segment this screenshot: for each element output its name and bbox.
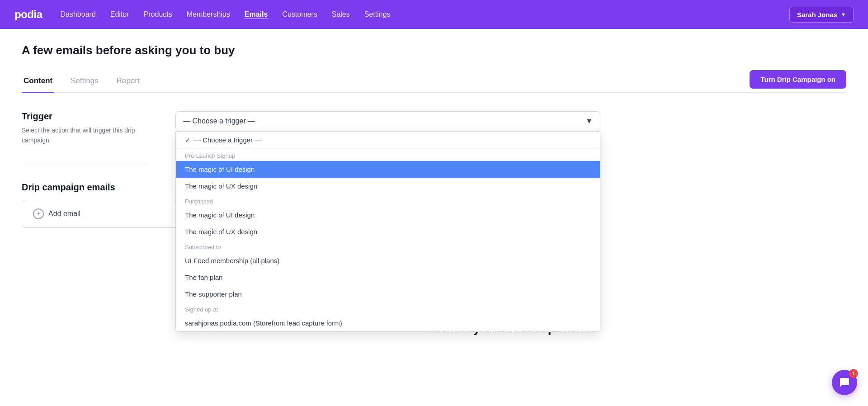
dropdown-item-ui-feed-all[interactable]: UI Feed membership (all plans)	[176, 252, 600, 269]
nav-editor[interactable]: Editor	[110, 10, 129, 19]
user-name: Sarah Jonas	[797, 11, 837, 19]
dropdown-item-fan-plan[interactable]: The fan plan	[176, 269, 600, 286]
group-label-signedup: Signed up at	[176, 302, 600, 315]
nav-memberships[interactable]: Memberships	[187, 10, 230, 19]
tab-content[interactable]: Content	[22, 76, 54, 93]
trigger-description: Select the action that will trigger this…	[22, 125, 148, 146]
user-menu-button[interactable]: Sarah Jonas ▼	[789, 7, 854, 23]
user-menu-chevron-icon: ▼	[841, 12, 846, 17]
dropdown-item-ux-design-purchased[interactable]: The magic of UX design	[176, 223, 600, 240]
nav-emails[interactable]: Emails	[245, 10, 268, 19]
dropdown-item-label: The magic of UX design	[185, 182, 257, 190]
nav-products[interactable]: Products	[144, 10, 172, 19]
drip-section: Drip campaign emails	[22, 182, 148, 193]
tab-report[interactable]: Report	[115, 76, 142, 93]
dropdown-item-label: The magic of UI design	[185, 211, 255, 219]
dropdown-item-ui-design-signup[interactable]: The magic of UI design	[176, 161, 600, 178]
tab-settings[interactable]: Settings	[69, 76, 100, 93]
group-label-subscribed: Subscribed to	[176, 240, 600, 252]
add-icon: +	[33, 208, 44, 219]
dropdown-item-ux-design-signup[interactable]: The magic of UX design	[176, 178, 600, 194]
trigger-dropdown-container: — Choose a trigger — ▼ ✓ — Choose a trig…	[175, 111, 600, 131]
dropdown-item-label: sarahjonas.podia.com (Storefront lead ca…	[185, 319, 342, 327]
dropdown-item-label: The supporter plan	[185, 290, 242, 298]
nav-links: Dashboard Editor Products Memberships Em…	[61, 10, 771, 19]
trigger-section: Trigger Select the action that will trig…	[22, 111, 148, 146]
content-body: Trigger Select the action that will trig…	[22, 93, 846, 354]
dropdown-chevron-icon: ▼	[585, 117, 593, 125]
nav-customers[interactable]: Customers	[282, 10, 317, 19]
tabs-bar: Content Settings Report Turn Drip Campai…	[22, 70, 846, 93]
nav-sales[interactable]: Sales	[332, 10, 350, 19]
add-email-label: Add email	[48, 210, 80, 218]
nav-settings[interactable]: Settings	[364, 10, 391, 19]
dropdown-menu: ✓ — Choose a trigger — Pre-Launch Signup…	[175, 131, 600, 332]
group-label-purchased: Purchased	[176, 194, 600, 207]
drip-title: Drip campaign emails	[22, 182, 148, 193]
dropdown-item-storefront[interactable]: sarahjonas.podia.com (Storefront lead ca…	[176, 315, 600, 331]
dropdown-item-label: The magic of UI design	[185, 165, 255, 173]
trigger-title: Trigger	[22, 111, 148, 122]
main-content: A few emails before asking you to buy Co…	[0, 29, 868, 368]
nav-dashboard[interactable]: Dashboard	[61, 10, 96, 19]
page-subtitle: A few emails before asking you to buy	[22, 43, 846, 57]
logo: podia	[14, 8, 42, 21]
dropdown-item-ui-design-purchased[interactable]: The magic of UI design	[176, 207, 600, 223]
group-label-prelaunch: Pre-Launch Signup	[176, 149, 600, 161]
navbar: podia Dashboard Editor Products Membersh…	[0, 0, 868, 29]
trigger-dropdown[interactable]: — Choose a trigger — ▼	[175, 111, 600, 131]
tabs: Content Settings Report	[22, 76, 156, 92]
add-email-area: + Add email	[22, 200, 148, 228]
turn-on-button[interactable]: Turn Drip Campaign on	[750, 70, 846, 89]
left-panel: Trigger Select the action that will trig…	[22, 111, 148, 354]
check-icon: ✓	[185, 137, 190, 144]
dropdown-item-label: The magic of UX design	[185, 228, 257, 236]
dropdown-item-label: The fan plan	[185, 274, 222, 281]
divider	[22, 164, 148, 164]
dropdown-selected-value: — Choose a trigger —	[183, 117, 255, 125]
dropdown-header-label: — Choose a trigger —	[194, 136, 261, 144]
dropdown-item-supporter-plan[interactable]: The supporter plan	[176, 286, 600, 302]
dropdown-item-label: UI Feed membership (all plans)	[185, 257, 279, 264]
dropdown-header-item[interactable]: ✓ — Choose a trigger —	[176, 132, 600, 149]
right-panel: — Choose a trigger — ▼ ✓ — Choose a trig…	[148, 111, 846, 354]
